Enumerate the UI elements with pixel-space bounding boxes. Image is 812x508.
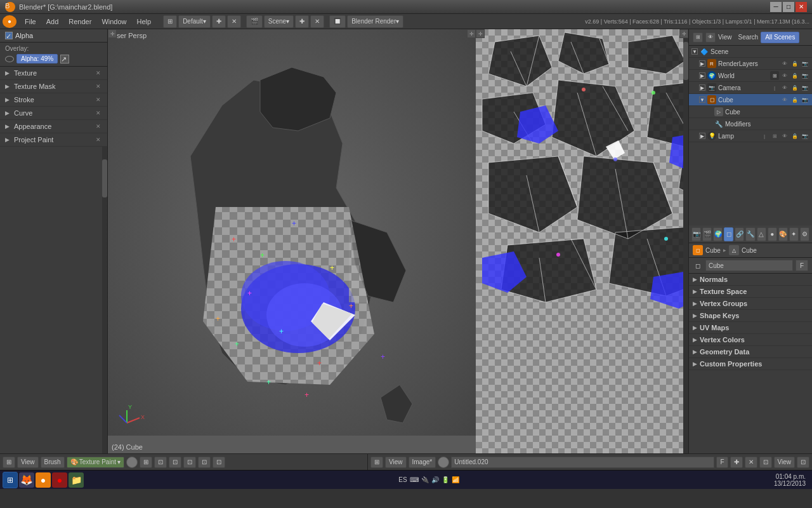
render-icon-btn[interactable]: 🔲 <box>329 15 346 28</box>
section-texture[interactable]: ▶ Texture ✕ <box>0 67 107 80</box>
section-stroke[interactable]: ▶ Stroke ✕ <box>0 93 107 107</box>
rp-view-label[interactable]: View <box>718 34 732 41</box>
vp3d-extra-btn5[interactable]: ⊡ <box>213 457 225 468</box>
title-bar-controls[interactable]: ─ □ ✕ <box>770 2 807 12</box>
prop-section-uv-maps-header[interactable]: ▶ UV Maps <box>689 322 812 333</box>
tree-item-modifiers[interactable]: 🔧 Modifiers <box>689 118 812 130</box>
vp3d-extra-btn1[interactable]: ⊡ <box>154 457 167 468</box>
prop-icon-texture[interactable]: 🎨 <box>778 227 788 241</box>
tree-lamp-eye[interactable]: 👁 <box>780 131 789 140</box>
prop-icon-constraint[interactable]: 🔗 <box>735 227 744 241</box>
menu-add[interactable]: Add <box>42 17 63 27</box>
alpha-picker-btn[interactable]: ↗ <box>60 55 69 64</box>
tree-item-cube-obj[interactable]: ▼ ◻ Cube 👁 🔒 📷 <box>689 94 812 106</box>
vp3d-extra-btn2[interactable]: ⊡ <box>169 457 181 468</box>
tree-item-lamp[interactable]: ▶ 💡 Lamp | ⊞ 👁 🔒 📷 <box>689 130 812 142</box>
prop-section-shape-keys-header[interactable]: ▶ Shape Keys <box>689 310 812 321</box>
left-panel-scrollbar[interactable] <box>102 147 107 453</box>
section-appearance[interactable]: ▶ Appearance ✕ <box>0 120 107 133</box>
f-btn[interactable]: F <box>796 260 808 271</box>
obj-name-input[interactable] <box>705 260 793 271</box>
prop-section-custom-props-header[interactable]: ▶ Custom Properties <box>689 358 812 370</box>
viewport-3d[interactable]: ✛ ✛ User Persp <box>108 29 476 453</box>
brush-active-checkbox[interactable]: ✓ <box>5 32 13 39</box>
vp3d-brush-btn[interactable]: Brush <box>41 457 65 468</box>
tree-camera-eye[interactable]: 👁 <box>780 83 789 92</box>
tree-world-expand[interactable]: ▶ <box>699 72 705 79</box>
tree-lamp-render[interactable]: 📷 <box>801 131 809 140</box>
rp-icon-btn-1[interactable]: ⊞ <box>693 32 703 43</box>
uv-scrollbar-thumb[interactable] <box>683 42 688 80</box>
uv-scrollbar-v[interactable] <box>683 29 688 453</box>
vpuv-tl-corner[interactable]: ✛ <box>476 29 485 38</box>
prop-section-vertex-colors-header[interactable]: ▶ Vertex Colors <box>689 334 812 345</box>
tree-lamp-lock[interactable]: 🔒 <box>790 131 799 140</box>
close-button[interactable]: ✕ <box>796 2 807 12</box>
prop-icon-modifier[interactable]: 🔧 <box>745 227 755 241</box>
vpuv-view2-btn[interactable]: View <box>774 457 796 468</box>
rp-icon-btn-2[interactable]: 👁 <box>705 32 716 43</box>
prop-icon-material[interactable]: ● <box>768 227 777 241</box>
vpuv-f-btn[interactable]: F <box>716 457 728 468</box>
minimize-button[interactable]: ─ <box>770 2 782 12</box>
mode-icon-btn[interactable]: ⊞ <box>163 15 177 28</box>
prop-section-vertex-groups-header[interactable]: ▶ Vertex Groups <box>689 298 812 309</box>
vp3d-tl-corner[interactable]: ✛ <box>108 29 117 38</box>
vp3d-view-btn[interactable]: View <box>17 457 39 468</box>
tree-item-world[interactable]: ▶ 🌍 World ⊞ 👁 🔒 📷 <box>689 70 812 82</box>
taskbar-blender-icon[interactable]: ● <box>36 472 51 488</box>
prop-icon-render[interactable]: 📷 <box>691 227 701 241</box>
taskbar-red-icon[interactable]: ● <box>52 472 67 488</box>
tree-lamp-expand[interactable]: ▶ <box>699 133 705 139</box>
eye-icon[interactable] <box>5 56 14 62</box>
tree-camera-lock[interactable]: 🔒 <box>790 83 799 92</box>
vpuv-x-btn[interactable]: ✕ <box>745 457 757 468</box>
vp3d-mode-btn[interactable]: 🎨 Texture Paint ▾ <box>67 457 124 468</box>
tree-world-lock[interactable]: 🔒 <box>790 71 799 80</box>
tree-cube-render[interactable]: 📷 <box>801 95 809 104</box>
menu-help[interactable]: Help <box>133 17 156 27</box>
menu-file[interactable]: File <box>20 17 41 27</box>
prop-section-normals-header[interactable]: ▶ Normals <box>689 274 812 285</box>
tree-world-eye[interactable]: 👁 <box>780 71 789 80</box>
vp3d-viewport-btn[interactable]: ⊞ <box>140 457 152 468</box>
tree-rl-lock[interactable]: 🔒 <box>790 59 799 68</box>
scene-x[interactable]: ✕ <box>310 15 324 28</box>
mode-x[interactable]: ✕ <box>227 15 241 28</box>
tree-cube-expand[interactable]: ▼ <box>699 97 705 103</box>
mode-plus[interactable]: ✚ <box>212 15 226 28</box>
vpuv-circle-btn[interactable] <box>438 457 449 468</box>
all-scenes-btn[interactable]: All Scenes <box>761 32 799 43</box>
prop-icon-world[interactable]: 🌍 <box>713 227 723 241</box>
prop-section-geometry-data-header[interactable]: ▶ Geometry Data <box>689 346 812 358</box>
taskbar-firefox-icon[interactable]: 🦊 <box>19 472 34 488</box>
tree-cube-eye[interactable]: 👁 <box>780 95 789 104</box>
scene-dropdown[interactable]: Scene▾ <box>264 15 294 28</box>
tree-item-renderlayers[interactable]: ▶ R RenderLayers 👁 🔒 📷 <box>689 58 812 70</box>
scene-plus[interactable]: ✚ <box>295 15 309 28</box>
prop-section-texture-space-header[interactable]: ▶ Texture Space <box>689 286 812 297</box>
scene-icon-btn[interactable]: 🎬 <box>246 15 263 28</box>
vpuv-image-name-input[interactable] <box>451 457 714 468</box>
prop-icon-particles[interactable]: ✦ <box>789 227 799 241</box>
prop-icon-scene[interactable]: 🎬 <box>702 227 712 241</box>
prop-icon-physics[interactable]: ⚙ <box>800 227 809 241</box>
vpuv-view-btn[interactable]: View <box>385 457 407 468</box>
tree-camera-render[interactable]: 📷 <box>801 83 809 92</box>
prop-icon-object[interactable]: ◻ <box>724 227 733 241</box>
taskbar-folder-icon[interactable]: 📁 <box>69 472 84 488</box>
vpuv-image-btn[interactable]: Image* <box>409 457 436 468</box>
tree-rl-cam[interactable]: 📷 <box>801 59 809 68</box>
tree-item-camera[interactable]: ▶ 📷 Camera | 👁 🔒 📷 <box>689 82 812 94</box>
tree-cube-lock[interactable]: 🔒 <box>790 95 799 104</box>
render-dropdown[interactable]: Blender Render▾ <box>347 15 403 28</box>
viewport-uv[interactable]: ✛ ✛ <box>476 29 688 453</box>
tree-scene-expand[interactable]: ▼ <box>691 48 698 55</box>
vpuv-extra-btn1[interactable]: ⊡ <box>759 457 772 468</box>
menu-render[interactable]: Render <box>64 17 96 27</box>
taskbar-start-btn[interactable]: ⊞ <box>3 472 18 488</box>
rp-search-label[interactable]: Search <box>738 34 759 41</box>
vp3d-circle-btn[interactable] <box>126 457 138 468</box>
vp3d-extra-btn4[interactable]: ⊡ <box>198 457 211 468</box>
tree-rl-eye[interactable]: 👁 <box>780 59 789 68</box>
